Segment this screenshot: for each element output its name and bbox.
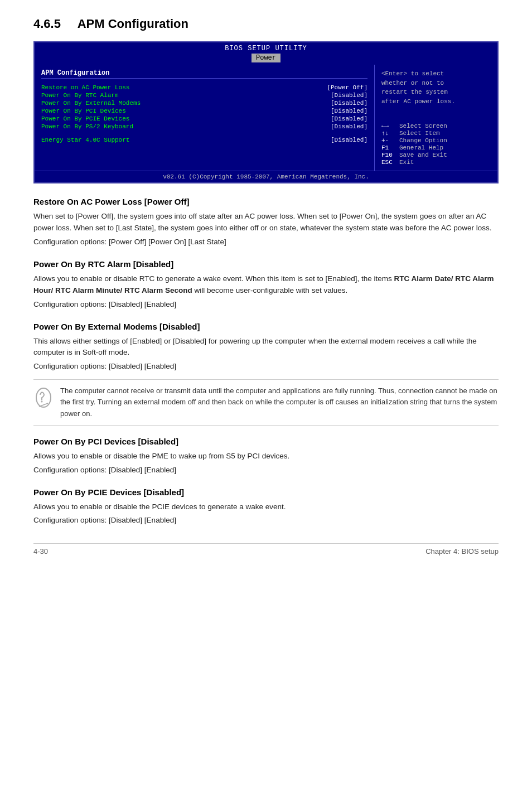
bios-key-desc: Exit xyxy=(399,159,414,166)
subsection-title: Restore On AC Power Loss [Power Off] xyxy=(33,197,499,206)
bios-energy-label: Energy Star 4.0C Support xyxy=(41,137,331,143)
bios-item-value: [Disabled] xyxy=(331,92,367,99)
subsection-title: Power On By PCI Devices [Disabled] xyxy=(33,437,499,446)
bios-item-label: Restore on AC Power Loss xyxy=(41,84,327,91)
bios-item: Power On By External Modems[Disabled] xyxy=(41,100,367,107)
svg-point-1 xyxy=(41,401,43,403)
bios-key-row: ←→Select Screen xyxy=(381,123,491,129)
note-text: The computer cannot receive or transmit … xyxy=(60,385,499,419)
subsection-paragraph: Configuration options: [Disabled] [Enabl… xyxy=(33,299,499,311)
bios-items: Restore on AC Power Loss[Power Off]Power… xyxy=(41,84,367,130)
subsection-paragraph: Configuration options: [Power Off] [Powe… xyxy=(33,236,499,248)
bios-footer: v02.61 (C)Copyright 1985-2007, American … xyxy=(35,171,497,182)
subsection-external-modems: Power On By External Modems [Disabled]Th… xyxy=(33,322,499,426)
note-box: The computer cannot receive or transmit … xyxy=(33,379,499,425)
bios-item-label: Power On By External Modems xyxy=(41,100,331,107)
bios-key-row: F10Save and Exit xyxy=(381,152,491,158)
bios-item: Restore on AC Power Loss[Power Off] xyxy=(41,84,367,91)
subsection-rtc-alarm: Power On By RTC Alarm [Disabled]Allows y… xyxy=(33,259,499,311)
bold-phrase: RTC Alarm Date/ RTC Alarm Hour/ RTC Alar… xyxy=(33,274,494,294)
section-number: 4.6.5 xyxy=(33,17,61,31)
bios-section-label: APM Configuration xyxy=(41,69,367,79)
footer-right: Chapter 4: BIOS setup xyxy=(425,547,499,555)
bios-key-desc: Save and Exit xyxy=(399,152,447,158)
subsection-paragraph: Allows you to enable or disable RTC to g… xyxy=(33,273,499,297)
bios-key-desc: Select Item xyxy=(399,130,440,137)
subsection-paragraph: Configuration options: [Disabled] [Enabl… xyxy=(33,465,499,476)
subsection-paragraph: Configuration options: [Disabled] [Enabl… xyxy=(33,515,499,526)
subsection-paragraph: Allows you to enable or disable the PME … xyxy=(33,451,499,462)
bios-key-name: +- xyxy=(381,137,399,144)
page-footer: 4-30 Chapter 4: BIOS setup xyxy=(33,543,499,555)
bios-key-desc: General Help xyxy=(399,144,443,151)
bios-key-row: ↑↓Select Item xyxy=(381,130,491,137)
bios-item: Power On By PS/2 Keyboard[Disabled] xyxy=(41,123,367,130)
subsection-pcie-devices: Power On By PCIE Devices [Disabled]Allow… xyxy=(33,487,499,527)
subsection-paragraph: This allows either settings of [Enabled]… xyxy=(33,336,499,359)
bios-tab-power[interactable]: Power xyxy=(252,54,280,62)
bios-item-label: Power On By RTC Alarm xyxy=(41,92,331,99)
bios-item-value: [Disabled] xyxy=(331,100,367,107)
bios-help-text: <Enter> to select whether or not to rest… xyxy=(381,69,491,106)
bios-key-row: +-Change Option xyxy=(381,137,491,144)
subsection-paragraph: Allows you to enable or disable the PCIE… xyxy=(33,501,499,513)
bios-item-value: [Disabled] xyxy=(331,123,367,130)
bios-key-desc: Select Screen xyxy=(399,123,447,129)
bios-energy-value: [Disabled] xyxy=(331,137,367,143)
bios-item-value: [Disabled] xyxy=(331,115,367,122)
subsection-paragraph: When set to [Power Off], the system goes… xyxy=(33,211,499,234)
subsection-title: Power On By External Modems [Disabled] xyxy=(33,322,499,331)
bios-key-name: ↑↓ xyxy=(381,130,399,137)
bios-title: BIOS SETUP UTILITY xyxy=(225,45,307,52)
bios-tab-bar: Power xyxy=(35,54,497,65)
bios-key-name: F10 xyxy=(381,152,399,158)
bios-key-row: F1General Help xyxy=(381,144,491,151)
subsection-restore-ac: Restore On AC Power Loss [Power Off]When… xyxy=(33,197,499,248)
bios-item-value: [Disabled] xyxy=(331,108,367,114)
bios-keys: ←→Select Screen↑↓Select Item+-Change Opt… xyxy=(381,123,491,166)
bios-item-label: Power On By PCIE Devices xyxy=(41,115,331,122)
subsection-title: Power On By RTC Alarm [Disabled] xyxy=(33,259,499,269)
note-icon xyxy=(33,385,54,410)
bios-item-label: Power On By PS/2 Keyboard xyxy=(41,123,331,130)
section-title: 4.6.5 APM Configuration xyxy=(33,17,499,31)
subsections: Restore On AC Power Loss [Power Off]When… xyxy=(33,197,499,526)
bios-energy-item: Energy Star 4.0C Support [Disabled] xyxy=(41,137,367,143)
bios-key-row: ESCExit xyxy=(381,159,491,166)
section-heading: APM Configuration xyxy=(78,17,188,31)
bios-item-label: Power On By PCI Devices xyxy=(41,108,331,114)
bios-item: Power On By PCI Devices[Disabled] xyxy=(41,108,367,114)
subsection-title: Power On By PCIE Devices [Disabled] xyxy=(33,487,499,497)
svg-point-0 xyxy=(36,388,51,407)
bios-item: Power On By PCIE Devices[Disabled] xyxy=(41,115,367,122)
subsection-paragraph: Configuration options: [Disabled] [Enabl… xyxy=(33,361,499,373)
bios-item-value: [Power Off] xyxy=(327,84,367,91)
bios-item: Power On By RTC Alarm[Disabled] xyxy=(41,92,367,99)
bios-right-panel: <Enter> to select whether or not to rest… xyxy=(375,65,497,171)
bios-left-panel: APM Configuration Restore on AC Power Lo… xyxy=(35,65,375,171)
bios-key-name: ←→ xyxy=(381,123,399,129)
bios-key-name: ESC xyxy=(381,159,399,166)
bios-key-desc: Change Option xyxy=(399,137,447,144)
subsection-pci-devices: Power On By PCI Devices [Disabled]Allows… xyxy=(33,437,499,476)
bios-screen: BIOS SETUP UTILITY Power APM Configurati… xyxy=(33,41,499,183)
bios-body: APM Configuration Restore on AC Power Lo… xyxy=(35,65,497,171)
bios-key-name: F1 xyxy=(381,144,399,151)
footer-left: 4-30 xyxy=(33,547,48,555)
bios-title-bar: BIOS SETUP UTILITY xyxy=(35,42,497,54)
